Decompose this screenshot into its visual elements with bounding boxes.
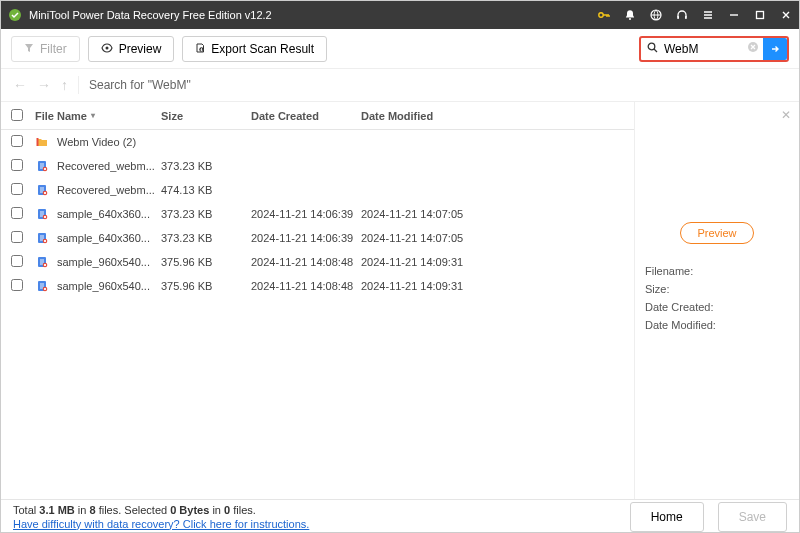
meta-created: Date Created: bbox=[645, 301, 713, 313]
file-name: Recovered_webm... bbox=[57, 160, 155, 172]
status-bar: Total 3.1 MB in 8 files. Selected 0 Byte… bbox=[1, 499, 799, 533]
svg-rect-5 bbox=[685, 16, 687, 19]
row-checkbox[interactable] bbox=[11, 183, 23, 195]
table-row[interactable]: sample_960x540...375.96 KB2024-11-21 14:… bbox=[1, 250, 634, 274]
table-row[interactable]: Webm Video (2) bbox=[1, 130, 634, 154]
select-all-checkbox[interactable] bbox=[11, 109, 23, 121]
preview-panel: ✕ Preview Filename: Size: Date Created: … bbox=[634, 102, 799, 499]
preview-button[interactable]: Preview bbox=[88, 36, 175, 62]
file-name: Recovered_webm... bbox=[57, 184, 155, 196]
help-link[interactable]: Have difficulty with data recovery? Clic… bbox=[13, 518, 616, 530]
meta-filename: Filename: bbox=[645, 265, 693, 277]
file-created: 2024-11-21 14:08:48 bbox=[251, 280, 361, 292]
file-size: 373.23 KB bbox=[161, 232, 251, 244]
key-icon[interactable] bbox=[597, 8, 611, 22]
table-row[interactable]: sample_640x360...373.23 KB2024-11-21 14:… bbox=[1, 202, 634, 226]
row-checkbox[interactable] bbox=[11, 159, 23, 171]
file-name: sample_960x540... bbox=[57, 256, 150, 268]
svg-rect-4 bbox=[677, 16, 679, 19]
svg-rect-6 bbox=[757, 12, 764, 19]
svg-point-7 bbox=[105, 46, 108, 49]
titlebar: MiniTool Power Data Recovery Free Editio… bbox=[1, 1, 799, 29]
preview-file-button[interactable]: Preview bbox=[680, 222, 753, 244]
export-label: Export Scan Result bbox=[211, 42, 314, 56]
svg-rect-11 bbox=[37, 138, 39, 146]
file-modified: 2024-11-21 14:09:31 bbox=[361, 280, 471, 292]
globe-icon[interactable] bbox=[649, 8, 663, 22]
row-checkbox[interactable] bbox=[11, 207, 23, 219]
table-row[interactable]: sample_960x540...375.96 KB2024-11-21 14:… bbox=[1, 274, 634, 298]
nav-forward-icon[interactable]: → bbox=[37, 77, 51, 93]
home-button[interactable]: Home bbox=[630, 502, 704, 532]
close-preview-icon[interactable]: ✕ bbox=[781, 108, 791, 122]
filter-label: Filter bbox=[40, 42, 67, 56]
toolbar: Filter Preview Export Scan Result bbox=[1, 29, 799, 69]
nav-up-icon[interactable]: ↑ bbox=[61, 77, 68, 93]
file-icon bbox=[35, 183, 49, 197]
totals-text: Total 3.1 MB in 8 files. bbox=[13, 504, 124, 516]
app-title: MiniTool Power Data Recovery Free Editio… bbox=[29, 9, 597, 21]
eye-icon bbox=[101, 43, 113, 55]
file-name: sample_960x540... bbox=[57, 280, 150, 292]
minimize-icon[interactable] bbox=[727, 8, 741, 22]
file-size: 474.13 KB bbox=[161, 184, 251, 196]
table-row[interactable]: sample_640x360...373.23 KB2024-11-21 14:… bbox=[1, 226, 634, 250]
nav-back-icon[interactable]: ← bbox=[13, 77, 27, 93]
headphones-icon[interactable] bbox=[675, 8, 689, 22]
export-icon bbox=[195, 43, 205, 55]
search-icon bbox=[641, 42, 664, 56]
file-created: 2024-11-21 14:06:39 bbox=[251, 232, 361, 244]
file-size: 373.23 KB bbox=[161, 208, 251, 220]
col-size[interactable]: Size bbox=[161, 110, 251, 122]
file-name: Webm Video (2) bbox=[57, 136, 136, 148]
sort-icon[interactable]: ▾ bbox=[91, 111, 95, 120]
table-row[interactable]: Recovered_webm...373.23 KB bbox=[1, 154, 634, 178]
file-size: 375.96 KB bbox=[161, 256, 251, 268]
preview-label: Preview bbox=[119, 42, 162, 56]
titlebar-actions bbox=[597, 8, 793, 22]
close-icon[interactable] bbox=[779, 8, 793, 22]
filter-button[interactable]: Filter bbox=[11, 36, 80, 62]
svg-point-1 bbox=[599, 13, 603, 17]
search-input[interactable] bbox=[664, 42, 743, 56]
file-created: 2024-11-21 14:06:39 bbox=[251, 208, 361, 220]
row-checkbox[interactable] bbox=[11, 135, 23, 147]
col-modified[interactable]: Date Modified bbox=[361, 110, 471, 122]
export-button[interactable]: Export Scan Result bbox=[182, 36, 327, 62]
file-size: 375.96 KB bbox=[161, 280, 251, 292]
search-go-button[interactable] bbox=[763, 38, 787, 60]
meta-modified: Date Modified: bbox=[645, 319, 716, 331]
file-icon bbox=[35, 231, 49, 245]
app-logo-icon bbox=[7, 7, 23, 23]
col-created[interactable]: Date Created bbox=[251, 110, 361, 122]
file-modified: 2024-11-21 14:07:05 bbox=[361, 208, 471, 220]
funnel-icon bbox=[24, 43, 34, 55]
svg-point-2 bbox=[629, 18, 631, 20]
menu-icon[interactable] bbox=[701, 8, 715, 22]
file-icon bbox=[35, 279, 49, 293]
row-checkbox[interactable] bbox=[11, 279, 23, 291]
file-modified: 2024-11-21 14:07:05 bbox=[361, 232, 471, 244]
row-checkbox[interactable] bbox=[11, 231, 23, 243]
file-modified: 2024-11-21 14:09:31 bbox=[361, 256, 471, 268]
file-icon bbox=[35, 159, 49, 173]
file-created: 2024-11-21 14:08:48 bbox=[251, 256, 361, 268]
maximize-icon[interactable] bbox=[753, 8, 767, 22]
save-button[interactable]: Save bbox=[718, 502, 787, 532]
search-box bbox=[639, 36, 789, 62]
clear-search-icon[interactable] bbox=[743, 41, 763, 56]
meta-size: Size: bbox=[645, 283, 669, 295]
search-breadcrumb: Search for "WebM" bbox=[89, 78, 191, 92]
table-header: File Name▾ Size Date Created Date Modifi… bbox=[1, 102, 634, 130]
file-list: File Name▾ Size Date Created Date Modifi… bbox=[1, 102, 634, 499]
row-checkbox[interactable] bbox=[11, 255, 23, 267]
folder-icon bbox=[35, 135, 49, 149]
file-icon bbox=[35, 255, 49, 269]
table-row[interactable]: Recovered_webm...474.13 KB bbox=[1, 178, 634, 202]
file-name: sample_640x360... bbox=[57, 232, 150, 244]
col-name[interactable]: File Name bbox=[35, 110, 87, 122]
bell-icon[interactable] bbox=[623, 8, 637, 22]
svg-point-9 bbox=[648, 43, 655, 50]
selected-text: Selected 0 Bytes in 0 files. bbox=[124, 504, 256, 516]
file-size: 373.23 KB bbox=[161, 160, 251, 172]
